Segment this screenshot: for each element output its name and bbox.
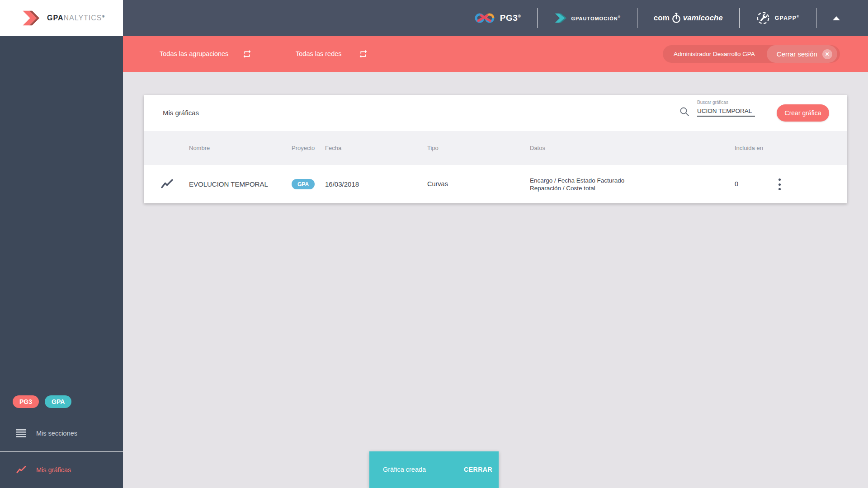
col-fecha: Fecha	[325, 131, 341, 165]
gpautomocion-arrow-icon	[554, 12, 566, 24]
search-field-label: Buscar gráficas	[697, 100, 755, 105]
line-chart-icon	[161, 178, 173, 190]
comvamicoche-logo[interactable]: com vamicoche	[654, 12, 723, 24]
groupings-filter-label: Todas las agrupaciones	[160, 36, 228, 72]
gpapp-label: GPAPP®	[775, 15, 800, 21]
logout-button[interactable]: Cerrar sesión ✕	[767, 45, 837, 63]
sidebar-item-mis-graficas[interactable]: Mis gráficas	[0, 451, 123, 488]
row-included-count: 0	[735, 165, 738, 203]
close-icon[interactable]: ✕	[822, 49, 832, 59]
sidebar: PG3 GPA Mis secciones Mis gráficas	[0, 36, 123, 488]
pg3-label: PG3®	[500, 13, 521, 23]
badge-pg3[interactable]: PG3	[13, 395, 39, 408]
gpanalytics-label: GPANALYTICS®	[47, 14, 105, 22]
repeat-icon[interactable]	[359, 49, 368, 59]
sidebar-item-mis-secciones[interactable]: Mis secciones	[0, 415, 123, 451]
networks-filter-label: Todas las redes	[296, 36, 342, 72]
table-row[interactable]: EVOLUCION TEMPORAL GPA 16/03/2018 Curvas…	[144, 165, 847, 203]
repeat-icon[interactable]	[242, 49, 252, 59]
sidebar-item-label: Mis secciones	[36, 430, 77, 437]
divider	[739, 8, 740, 28]
my-charts-card: Mis gráficas Buscar gráficas Crear gráfi…	[144, 95, 847, 203]
header-product-logos: PG3® GPAUTOMOCIÓN® com vamicoche	[475, 0, 840, 36]
gpanalytics-arrow-icon	[21, 9, 41, 28]
comvamicoche-suffix: vamicoche	[683, 14, 723, 23]
row-menu-kebab-icon[interactable]	[775, 178, 784, 191]
toast-chart-created: Gráfica creada CERRAR	[369, 451, 499, 488]
col-datos: Datos	[530, 131, 545, 165]
sidebar-badges: PG3 GPA	[13, 395, 71, 408]
line-chart-icon	[16, 465, 26, 474]
badge-gpa[interactable]: GPA	[45, 395, 71, 408]
divider	[537, 8, 538, 28]
row-date: 16/03/2018	[325, 165, 359, 203]
divider	[637, 8, 637, 28]
collapse-header-arrow-icon[interactable]	[833, 16, 840, 20]
user-session-pill: Administrador Desarrollo GPA Cerrar sesi…	[663, 45, 840, 63]
comvamicoche-prefix: com	[654, 14, 670, 23]
gpapp-wrench-icon	[756, 11, 770, 25]
user-name: Administrador Desarrollo GPA	[663, 51, 767, 57]
sidebar-item-label: Mis gráficas	[36, 466, 71, 474]
search-input[interactable]	[697, 107, 755, 117]
col-incluida-en: Incluida en	[735, 131, 763, 165]
toast-message: Gráfica creada	[383, 451, 426, 488]
menu-list-icon	[16, 429, 26, 438]
col-nombre: Nombre	[189, 131, 210, 165]
gpanalytics-brand[interactable]: GPANALYTICS®	[0, 0, 123, 36]
row-type: Curvas	[427, 165, 448, 203]
filter-bar: Todas las agrupaciones Todas las redes A…	[123, 36, 868, 72]
page-title: Mis gráficas	[163, 95, 199, 131]
row-data: Encargo / Fecha Estado Facturado Reparac…	[530, 177, 624, 192]
search-field: Buscar gráficas	[697, 100, 755, 117]
row-data-line2: Reparación / Coste total	[530, 185, 595, 192]
gpautomocion-label: GPAUTOMOCIÓN®	[571, 15, 620, 21]
pg3-infinity-icon	[475, 11, 495, 25]
col-tipo: Tipo	[427, 131, 439, 165]
pg3-logo[interactable]: PG3®	[475, 11, 521, 25]
gpautomocion-logo[interactable]: GPAUTOMOCIÓN®	[554, 12, 620, 24]
col-proyecto: Proyecto	[292, 131, 315, 165]
table-header: Nombre Proyecto Fecha Tipo Datos Incluid…	[144, 131, 847, 165]
stopwatch-icon	[671, 12, 681, 24]
gpapp-logo[interactable]: GPAPP®	[756, 11, 800, 25]
search-icon[interactable]	[679, 107, 689, 117]
app-root: PG3® GPAUTOMOCIÓN® com vamicoche	[0, 0, 868, 488]
top-header: PG3® GPAUTOMOCIÓN® com vamicoche	[0, 0, 868, 36]
row-name: EVOLUCION TEMPORAL	[189, 165, 268, 203]
toast-close-button[interactable]: CERRAR	[464, 451, 492, 488]
divider	[816, 8, 816, 28]
row-data-line1: Encargo / Fecha Estado Facturado	[530, 177, 624, 184]
create-chart-button[interactable]: Crear gráfica	[777, 104, 829, 122]
project-badge: GPA	[292, 179, 315, 189]
